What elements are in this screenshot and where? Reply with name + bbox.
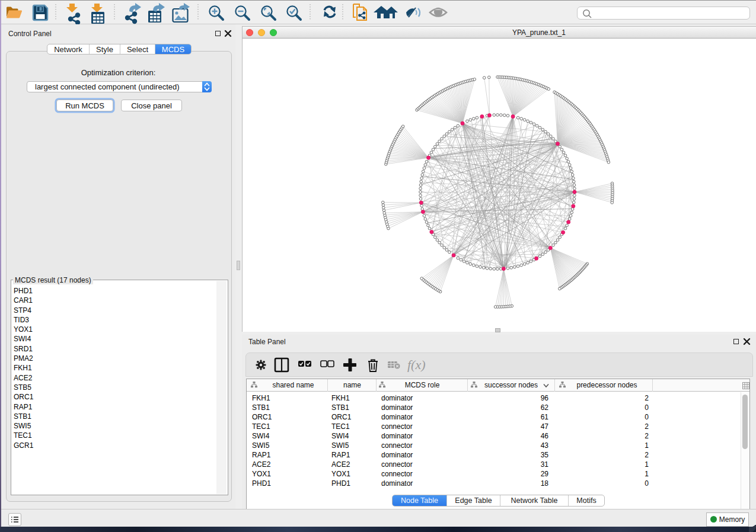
- svg-text:f(x): f(x): [407, 357, 426, 372]
